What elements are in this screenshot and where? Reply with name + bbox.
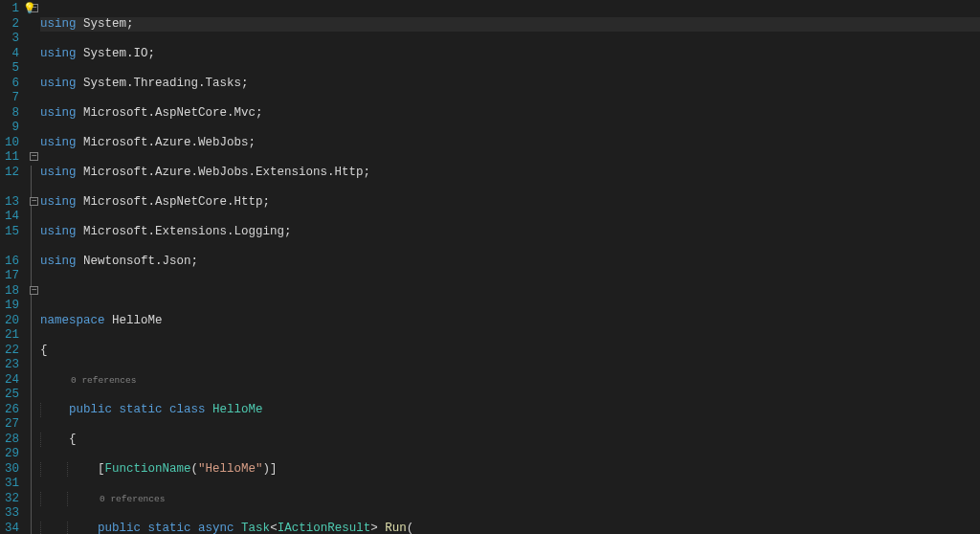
lightbulb-icon[interactable]: 💡 [23,2,34,13]
line-number-gutter: 1234567891011121314151617181920212223242… [0,0,27,534]
fold-toggle-icon[interactable] [30,197,38,206]
fold-toggle-icon[interactable] [30,286,38,295]
fold-toggle-icon[interactable] [30,152,38,161]
codelens-references[interactable]: 0 references [100,492,165,507]
codelens-references[interactable]: 0 references [71,373,136,389]
code-area[interactable]: using System; using System.IO; using Sys… [40,0,980,534]
fold-column[interactable] [27,0,40,534]
code-editor[interactable]: 1234567891011121314151617181920212223242… [0,0,980,534]
